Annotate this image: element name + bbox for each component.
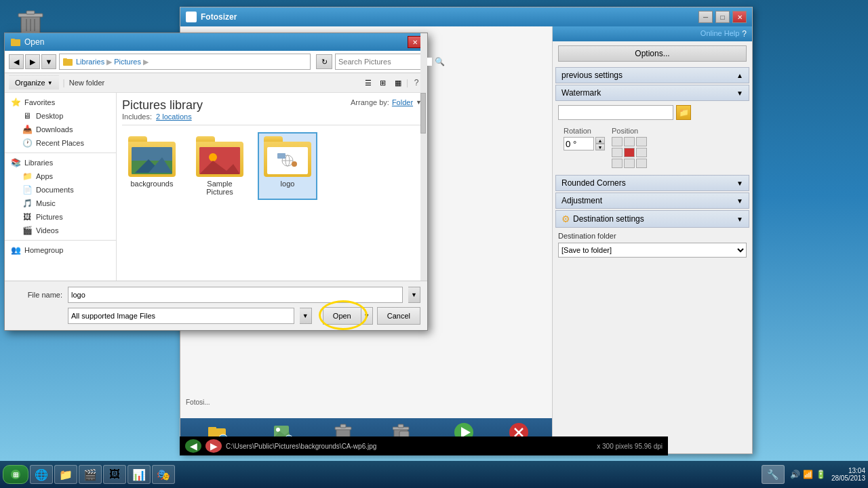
breadcrumb-arrow-2: ▶: [143, 58, 149, 66]
destination-settings-section[interactable]: ⚙ Destination settings ▼: [555, 210, 749, 228]
tree-favorites[interactable]: ⭐ Favorites: [5, 96, 116, 109]
tree-music[interactable]: 🎵 Music: [5, 197, 116, 210]
tray-icon-1: 🔊: [790, 470, 800, 479]
tree-separator-2: [5, 240, 116, 241]
refresh-button[interactable]: ↻: [316, 54, 332, 69]
pos-tc[interactable]: [624, 137, 635, 146]
pos-mc[interactable]: [624, 148, 635, 157]
watermark-label: Watermark: [561, 88, 601, 98]
search-icon: 🔍: [435, 57, 445, 66]
taskbar-app-vidconv[interactable]: 🎭: [152, 465, 175, 484]
spin-down[interactable]: ▼: [595, 144, 605, 150]
dest-folder-label: Destination folder: [558, 232, 747, 240]
folder-grid: backgrounds: [122, 129, 422, 203]
view-list-button[interactable]: ☰: [361, 76, 375, 89]
spin-up[interactable]: ▲: [595, 137, 605, 144]
path-prev-button[interactable]: ◀: [185, 439, 201, 453]
rotation-input[interactable]: [564, 137, 594, 150]
taskbar-app-media[interactable]: 🎬: [79, 465, 102, 484]
taskbar-fotosizer-app[interactable]: 🔧: [762, 465, 785, 484]
filename-input[interactable]: [68, 287, 403, 303]
close-button[interactable]: ✕: [732, 11, 747, 23]
folder-logo[interactable]: logo: [258, 132, 317, 200]
pos-br[interactable]: [636, 159, 647, 168]
svg-rect-24: [340, 424, 346, 428]
maximize-button[interactable]: □: [715, 11, 730, 23]
tree-libraries[interactable]: 📚 Libraries: [5, 156, 116, 169]
new-folder-button[interactable]: New folder: [69, 75, 105, 90]
apps-icon: 📁: [22, 171, 33, 181]
pos-tr[interactable]: [636, 137, 647, 146]
videos-label: Videos: [36, 226, 58, 235]
library-title: Pictures library: [122, 98, 203, 113]
breadcrumb-pictures[interactable]: Pictures: [114, 58, 141, 66]
open-dropdown-button[interactable]: ▼: [361, 307, 373, 325]
breadcrumb-arrow-1: ▶: [106, 58, 112, 66]
start-menu-button[interactable]: ⊞: [3, 465, 28, 484]
organize-button[interactable]: Organize ▼: [9, 75, 59, 90]
folder-backgrounds[interactable]: backgrounds: [122, 132, 182, 200]
view-details-button[interactable]: ▦: [391, 76, 405, 89]
pos-ml[interactable]: [612, 148, 623, 157]
taskbar-app-office[interactable]: 📊: [127, 465, 151, 484]
tree-documents[interactable]: 📄 Documents: [5, 183, 116, 197]
arrange-value[interactable]: Folder: [392, 98, 413, 106]
tree-separator-1: [5, 152, 116, 153]
cancel-button[interactable]: Cancel: [377, 307, 420, 325]
downloads-icon: 📥: [22, 125, 33, 134]
fotosizer-title-icon: [186, 12, 197, 22]
destination-dropdown[interactable]: [Save to folder]: [558, 243, 747, 258]
pictures-app-icon: 🖼: [108, 468, 121, 481]
tree-downloads[interactable]: 📥 Downloads: [5, 123, 116, 136]
locations-link[interactable]: 2 locations: [156, 113, 192, 121]
watermark-section-header[interactable]: Watermark ▼: [555, 85, 749, 101]
options-button[interactable]: Options...: [558, 45, 747, 62]
folder-body-3: [264, 142, 311, 177]
online-help-link[interactable]: Online Help: [701, 29, 739, 39]
dialog-close-button[interactable]: ✕: [408, 36, 422, 48]
image-info: x 300 pixels 95.96 dpi: [597, 443, 663, 450]
open-button[interactable]: Open: [323, 307, 361, 325]
filename-label: File name:: [12, 291, 62, 299]
desktop: Recycle Bin Fotosizer ─ □ ✕ Fotosizer Pr…: [0, 0, 868, 488]
taskbar-app-pictures[interactable]: 🖼: [103, 465, 126, 484]
forward-button[interactable]: ▶: [25, 54, 40, 69]
minimize-button[interactable]: ─: [698, 11, 713, 23]
tree-recent-places[interactable]: 🕐 Recent Places: [5, 136, 116, 150]
folder-sample-icon: [196, 136, 243, 177]
help-icon[interactable]: ?: [742, 29, 747, 39]
tree-homegroup[interactable]: 👥 Homegroup: [5, 243, 116, 257]
fotosizer-title-text: Fotosizer: [201, 12, 698, 22]
libraries-icon: 📚: [10, 158, 21, 167]
search-input[interactable]: [338, 58, 432, 66]
tree-videos[interactable]: 🎬 Videos: [5, 224, 116, 237]
tree-desktop[interactable]: 🖥 Desktop: [5, 109, 116, 123]
watermark-folder-button[interactable]: 📁: [676, 105, 691, 120]
tree-apps[interactable]: 📁 Apps: [5, 169, 116, 183]
pos-tl[interactable]: [612, 137, 623, 146]
folder-sample-pictures[interactable]: Sample Pictures: [190, 132, 250, 200]
fotosizer-right-panel: Online Help ? Options... previous settin…: [552, 26, 752, 453]
pos-mr[interactable]: [636, 148, 647, 157]
previous-settings-section[interactable]: previous settings ▲: [555, 67, 749, 83]
taskbar-app-ie[interactable]: 🌐: [30, 465, 53, 484]
pos-bc[interactable]: [624, 159, 635, 168]
music-label: Music: [36, 199, 56, 207]
breadcrumb-libraries[interactable]: Libraries: [76, 58, 104, 66]
path-next-button[interactable]: ▶: [205, 439, 222, 453]
watermark-input[interactable]: [558, 105, 673, 120]
taskbar-app-explorer[interactable]: 📁: [54, 465, 77, 484]
pos-bl[interactable]: [612, 159, 623, 168]
tree-pictures[interactable]: 🖼 Pictures: [5, 210, 116, 224]
dropdown-arrow-button[interactable]: ▼: [41, 54, 56, 69]
filetype-dropdown-button[interactable]: ▼: [300, 308, 312, 324]
filename-dropdown-button[interactable]: ▼: [408, 287, 420, 303]
destination-chevron: ▼: [736, 216, 743, 223]
date-display: 28/05/2013: [831, 474, 865, 482]
back-button[interactable]: ◀: [9, 54, 24, 69]
open-dialog-titlebar: Open ✕: [5, 33, 427, 51]
view-grid-button[interactable]: ⊞: [376, 76, 390, 89]
rounded-corners-section[interactable]: Rounded Corners ▼: [555, 175, 749, 191]
adjustment-section[interactable]: Adjustment ▼: [555, 192, 749, 209]
svg-rect-35: [11, 39, 15, 41]
